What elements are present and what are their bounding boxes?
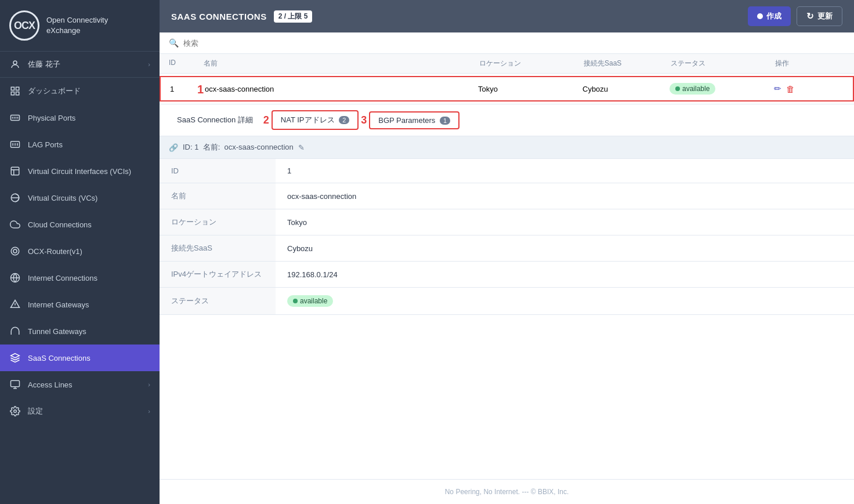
topbar-left: SAAS CONNECTIONS 2 / 上限 5: [171, 10, 312, 23]
svg-rect-26: [11, 380, 20, 387]
edit-icon[interactable]: ✏: [774, 84, 781, 94]
delete-icon[interactable]: 🗑: [786, 84, 795, 94]
row-id: 1: [170, 85, 205, 93]
sidebar-item-label: LAG Ports: [28, 140, 63, 149]
cloud-icon: [9, 219, 21, 230]
detail-row-id: ID 1: [160, 159, 854, 183]
create-button[interactable]: 作成: [748, 6, 791, 26]
user-icon: [9, 59, 21, 70]
refresh-button[interactable]: ↻ 更新: [797, 6, 842, 26]
sidebar-item-lag-ports[interactable]: LAG Ports: [0, 131, 160, 158]
footer-text: No Peering, No Internet. --- © BBIX, Inc…: [445, 488, 569, 496]
tab-bgp[interactable]: BGP Parameters 1: [369, 111, 459, 129]
sidebar-item-label: Tunnel Gateways: [28, 327, 86, 336]
sidebar-item-physical-ports[interactable]: Physical Ports: [0, 104, 160, 131]
sidebar-user[interactable]: 佐藤 花子 ›: [0, 52, 160, 78]
field-label-status: ステータス: [160, 288, 276, 315]
sidebar-item-label: Physical Ports: [28, 114, 75, 122]
logo-text: Open ConnectivityeXchange: [46, 15, 108, 36]
sidebar-item-vci[interactable]: Virtual Circuit Interfaces (VCIs): [0, 158, 160, 184]
sidebar-item-access-lines[interactable]: Access Lines ›: [0, 371, 160, 398]
field-value-status: available: [276, 288, 854, 315]
bgp-count-badge: 1: [440, 117, 450, 125]
detail-spacer: [160, 315, 854, 479]
svg-rect-3: [11, 92, 14, 95]
saas-connections-icon: [9, 352, 21, 364]
settings-icon: [9, 405, 21, 417]
search-input[interactable]: [183, 39, 299, 48]
svg-rect-14: [11, 167, 19, 175]
tab-detail[interactable]: SaaS Connection 詳細: [169, 111, 261, 129]
quota-badge: 2 / 上限 5: [274, 10, 313, 23]
detail-row-location: ロケーション Tokyo: [160, 209, 854, 235]
col-location: ロケーション: [479, 59, 584, 68]
sidebar-item-tunnel-gateways[interactable]: Tunnel Gateways: [0, 318, 160, 345]
col-actions: 操作: [775, 59, 845, 68]
status-text: available: [682, 85, 710, 93]
row-location: Tokyo: [478, 85, 582, 93]
field-value-id: 1: [276, 159, 854, 183]
field-label-id: ID: [160, 159, 276, 183]
settings-chevron-icon: ›: [148, 408, 150, 415]
sidebar-item-vc[interactable]: Virtual Circuits (VCs): [0, 184, 160, 211]
svg-rect-1: [11, 87, 14, 90]
detail-table: ID 1 名前 ocx-saas-connection ロケーション Tokyo…: [160, 159, 854, 315]
sidebar-item-label: Internet Gateways: [28, 300, 89, 309]
nat-count-badge: 2: [339, 116, 349, 124]
page-title: SAAS CONNECTIONS: [171, 12, 267, 21]
dashboard-icon: [9, 85, 21, 97]
user-name: 佐藤 花子: [28, 59, 60, 70]
sidebar-item-label: Access Lines: [28, 380, 73, 389]
sidebar-item-settings[interactable]: 設定 ›: [0, 398, 160, 425]
detail-id-bar: 🔗 ID: 1 名前: ocx-saas-connection ✎: [160, 136, 854, 159]
main-content: SAAS CONNECTIONS 2 / 上限 5 作成 ↻ 更新 🔍 ID 名…: [160, 0, 854, 504]
user-chevron-icon: ›: [148, 61, 150, 68]
topbar-right: 作成 ↻ 更新: [748, 6, 842, 26]
sidebar-item-ocx-router[interactable]: OCX-Router(v1): [0, 238, 160, 264]
col-id: ID: [169, 59, 204, 68]
lag-ports-icon: [9, 139, 21, 150]
sidebar-item-label: OCX-Router(v1): [28, 247, 82, 256]
col-saas: 接続先SaaS: [584, 59, 671, 68]
row-name: ocx-saas-connection: [205, 85, 478, 93]
sidebar-item-internet-connections[interactable]: Internet Connections: [0, 264, 160, 291]
detail-tabs: SaaS Connection 詳細 2 NAT IPアドレス 2 3 BGP …: [160, 104, 854, 136]
field-value-ipv4: 192.168.0.1/24: [276, 262, 854, 288]
row-saas: Cybozu: [582, 85, 670, 93]
field-label-ipv4: IPv4ゲートウェイアドレス: [160, 262, 276, 288]
table-row[interactable]: 1 ocx-saas-connection Tokyo Cybozu avail…: [160, 76, 854, 101]
sidebar-item-label: 設定: [28, 406, 43, 416]
sidebar-item-saas-connections[interactable]: SaaS Connections: [0, 345, 160, 371]
detail-area: SaaS Connection 詳細 2 NAT IPアドレス 2 3 BGP …: [160, 104, 854, 504]
svg-point-19: [11, 247, 19, 255]
sidebar-item-dashboard[interactable]: ダッシュボード: [0, 78, 160, 104]
row-status: available: [670, 83, 774, 95]
svg-point-29: [14, 410, 17, 413]
detail-row-saas: 接続先SaaS Cybozu: [160, 235, 854, 262]
tab-nat-ip[interactable]: NAT IPアドレス 2: [272, 110, 359, 130]
id-bar-link-icon: 🔗: [169, 143, 178, 152]
detail-status-text: available: [300, 297, 327, 305]
id-bar-pencil-icon[interactable]: ✎: [298, 143, 305, 152]
sidebar-item-label: Virtual Circuits (VCs): [28, 194, 97, 202]
annotation-3: 3: [361, 114, 367, 126]
tunnel-gateways-icon: [9, 325, 21, 337]
annotation-2: 2: [263, 114, 269, 126]
sidebar-item-label: ダッシュボード: [28, 86, 81, 96]
sidebar-item-label: Virtual Circuit Interfaces (VCIs): [28, 167, 131, 176]
internet-connections-icon: [9, 272, 21, 284]
tab-nat-wrapper: 2 NAT IPアドレス 2: [263, 110, 359, 130]
sidebar-item-cloud[interactable]: Cloud Connections: [0, 211, 160, 238]
physical-ports-icon: [9, 112, 21, 124]
sidebar-item-internet-gateways[interactable]: Internet Gateways: [0, 291, 160, 318]
footer: No Peering, No Internet. --- © BBIX, Inc…: [160, 479, 854, 504]
field-label-location: ロケーション: [160, 209, 276, 235]
detail-row-ipv4: IPv4ゲートウェイアドレス 192.168.0.1/24: [160, 262, 854, 288]
status-dot-icon: [675, 86, 680, 91]
row-actions: ✏ 🗑: [774, 84, 844, 94]
field-value-saas: Cybozu: [276, 235, 854, 262]
detail-row-name: 名前 ocx-saas-connection: [160, 183, 854, 209]
table-header: ID 名前 ロケーション 接続先SaaS ステータス 操作: [160, 54, 854, 74]
vci-icon: [9, 165, 21, 177]
detail-status-dot-icon: [293, 299, 298, 303]
